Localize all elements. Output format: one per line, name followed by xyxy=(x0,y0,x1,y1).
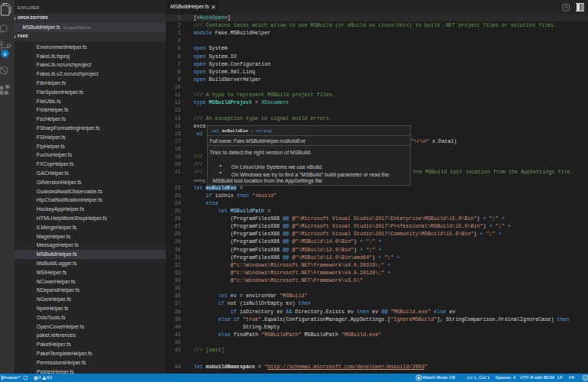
svg-text:8: 8 xyxy=(4,51,7,57)
